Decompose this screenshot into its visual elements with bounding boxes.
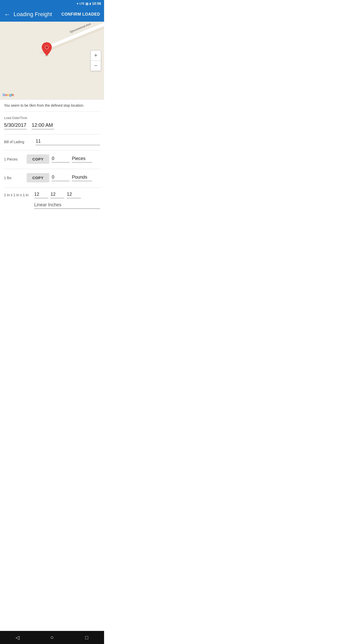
pieces-label: 1 Pieces bbox=[4, 157, 24, 161]
zoom-controls: + − bbox=[90, 50, 101, 71]
google-logo: Google bbox=[3, 93, 14, 97]
location-distance-text: You seem to be 0km from the defined stop… bbox=[4, 103, 84, 107]
dim1-input[interactable] bbox=[34, 192, 48, 198]
bill-of-lading-row: Bill of Lading bbox=[4, 139, 100, 145]
status-time: 10:56 bbox=[92, 2, 101, 6]
pieces-row: 1 Pieces COPY bbox=[4, 154, 100, 164]
time-field[interactable]: 12:00 AM bbox=[32, 122, 54, 129]
bottom-nav-bar bbox=[0, 631, 104, 644]
weight-value-input[interactable] bbox=[52, 175, 69, 181]
linear-inches-row: Linear Inches bbox=[34, 202, 100, 209]
confirm-loaded-button[interactable]: CONFIRM LOADED bbox=[61, 12, 100, 17]
time-value: 12:00 AM bbox=[32, 122, 54, 128]
map-pin bbox=[41, 42, 52, 56]
lte-icon: LTE bbox=[79, 2, 84, 5]
dim3-input[interactable] bbox=[67, 192, 81, 198]
zoom-in-button[interactable]: + bbox=[91, 51, 101, 61]
weight-row: 1 lbs COPY bbox=[4, 173, 100, 182]
pieces-value-input[interactable] bbox=[52, 156, 69, 163]
status-bar: ● LTE ▩ ▮ 10:56 bbox=[0, 0, 104, 7]
linear-inches-label: Linear Inches bbox=[34, 202, 61, 207]
zoom-out-button[interactable]: − bbox=[91, 61, 101, 71]
datetime-row: 5/30/2017 12:00 AM bbox=[4, 122, 100, 129]
dimensions-label: 1 in x 1 in x 1 in bbox=[4, 193, 32, 197]
system-back-button[interactable] bbox=[12, 632, 23, 643]
back-button[interactable]: ← bbox=[4, 11, 11, 18]
system-home-button[interactable] bbox=[47, 632, 58, 643]
system-recents-button[interactable] bbox=[81, 632, 92, 643]
datetime-section-label: Load Date/Time bbox=[4, 116, 100, 120]
page-title: Loading Freight bbox=[14, 11, 61, 18]
back-icon: ← bbox=[4, 11, 11, 18]
svg-point-2 bbox=[46, 46, 48, 49]
bill-of-lading-label: Bill of Lading bbox=[4, 140, 32, 144]
status-icons: ● LTE ▩ ▮ 10:56 bbox=[77, 2, 101, 6]
battery-icon: ▮ bbox=[89, 2, 91, 5]
dimensions-row: 1 in x 1 in x 1 in bbox=[4, 192, 100, 198]
signal-icon: ▩ bbox=[85, 2, 88, 6]
divider-1 bbox=[4, 134, 100, 135]
pieces-copy-button[interactable]: COPY bbox=[27, 154, 49, 164]
date-field[interactable]: 5/30/2017 bbox=[4, 122, 27, 129]
map-view[interactable]: Sprucewood Ave + − Google bbox=[0, 22, 104, 100]
dim2-input[interactable] bbox=[51, 192, 64, 198]
divider-2 bbox=[4, 150, 100, 150]
location-icon: ● bbox=[77, 2, 78, 5]
divider-4 bbox=[4, 187, 100, 188]
weight-unit-input[interactable] bbox=[72, 175, 92, 181]
location-info: You seem to be 0km from the defined stop… bbox=[4, 100, 100, 111]
bill-of-lading-input[interactable] bbox=[36, 139, 100, 145]
date-value: 5/30/2017 bbox=[4, 122, 27, 128]
weight-label: 1 lbs bbox=[4, 176, 24, 180]
divider-3 bbox=[4, 169, 100, 169]
nav-bar: ← Loading Freight CONFIRM LOADED bbox=[0, 7, 104, 22]
pieces-unit-input[interactable] bbox=[72, 156, 92, 163]
content-area: You seem to be 0km from the defined stop… bbox=[0, 100, 104, 209]
weight-copy-button[interactable]: COPY bbox=[27, 173, 49, 182]
